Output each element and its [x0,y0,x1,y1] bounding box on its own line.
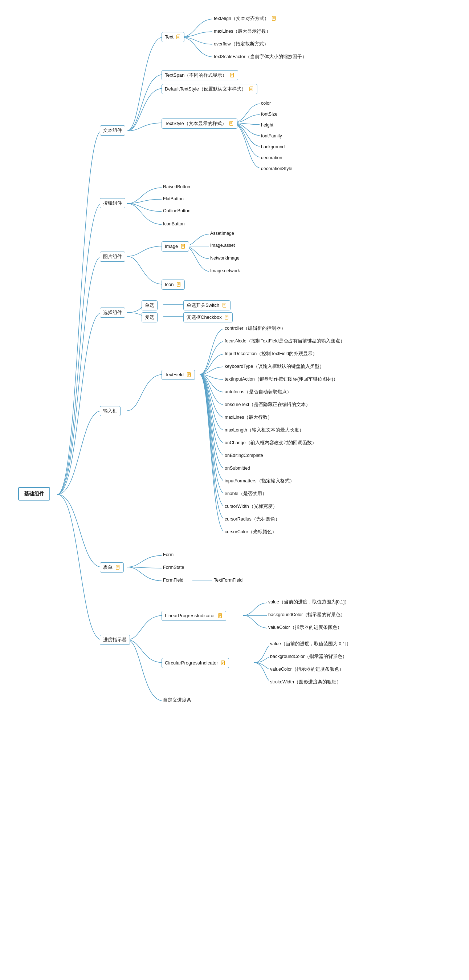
checkbox-label: 复选 [141,312,158,323]
svg-rect-11 [231,75,232,76]
cpi-strokewidth-label: strokeWidth（圆形进度条的粗细） [269,678,343,686]
svg-rect-5 [273,17,275,18]
ts-height-label: height [260,121,275,129]
linear-doc-icon [218,613,223,618]
formstate-node: FormState [162,563,185,572]
textAlign-label: textAlign（文本对齐方式） [212,14,278,23]
assetimage-label: AssetImage [209,229,236,238]
iconbutton-node: IconButton [162,220,186,228]
progress-group-label: 进度指示器 [100,635,130,645]
tf-maxlength-label: maxLength（输入框文本的最大长度） [223,426,305,434]
tf-cursorwidth-label: cursorWidth（光标宽度） [223,502,279,511]
select-group-node: 选择组件 [100,307,125,318]
tf-oneditingcomplete-label: onEditingComplete [223,452,265,460]
cpi-value-node: value（当前的进度，取值范围为[0,1]） [269,640,352,648]
svg-rect-33 [226,316,228,316]
input-group-node: 输入框 [100,406,120,416]
tf-textinputaction-label: textInputAction（键盘动作按钮图标(即回车键位图标)） [223,375,339,383]
tf-autofocus-label: autofocus（是否自动获取焦点） [223,388,293,396]
imageasset-label: Image.asset [209,241,236,250]
tf-enable-node: enable（是否禁用） [223,490,268,498]
tf-obscuretext-label: obscureText（是否隐藏正在编辑的文本） [223,401,312,409]
tf-controller-label: controller（编辑框的控制器） [223,324,287,332]
svg-rect-46 [219,615,221,616]
outlinebutton-label: OutlineButton [162,207,192,215]
svg-rect-50 [222,662,224,663]
ts-decoration-node: decoration [260,154,284,162]
tf-focusnode-label: focusNode（控制TextField是否占有当前键盘的输入焦点） [223,337,346,345]
svg-rect-2 [177,37,179,37]
imagenetwork-node: Image.network [209,267,241,275]
progress-group-node: 进度指示器 [100,635,130,645]
svg-rect-15 [250,89,252,89]
ts-background-label: background [260,143,286,151]
svg-rect-10 [231,75,233,75]
svg-rect-9 [231,74,233,74]
raisedbutton-node: RaisedButton [162,183,192,191]
tf-focusnode-node: focusNode（控制TextField是否占有当前键盘的输入焦点） [223,337,346,345]
imagenetwork-label: Image.network [209,267,241,275]
lpi-valuecolor-node: valueColor（指示器的进度条颜色） [267,624,344,632]
icon-node-label: Icon [162,280,185,290]
ts-fontsize-label: fontSize [260,110,279,118]
image-node-label: Image [162,241,189,251]
circular-doc-icon [221,660,226,666]
svg-rect-13 [250,88,252,88]
switch-node: 单选开关Switch [183,300,230,310]
custom-progress-label: 自定义进度条 [162,696,193,705]
textformfield-label: TextFormField [212,576,244,584]
svg-rect-38 [188,374,190,374]
text-node: Text [162,32,184,42]
root-label: 基础组件 [18,487,50,501]
ts-decorationstyle-label: decorationStyle [260,165,294,173]
image-node: Image [162,241,189,251]
lpi-valuecolor-label: valueColor（指示器的进度条颜色） [267,624,344,632]
button-group-label: 按钮组件 [100,198,125,208]
svg-rect-34 [226,317,228,317]
textspan-label: TextSpan（不同的样式显示） [162,70,238,80]
ts-color-node: color [260,99,272,108]
textstyle-node: TextStyle（文本显示的样式） [162,118,238,129]
flatbutton-label: FlatButton [162,195,185,203]
cpi-valuecolor-node: valueColor（指示器的进度条颜色） [269,665,345,674]
svg-rect-1 [177,36,179,36]
svg-rect-23 [182,247,183,247]
defaulttextstyle-doc-icon [249,86,254,92]
formfield-node: FormField [162,576,185,584]
svg-rect-7 [273,19,274,19]
textspan-doc-icon [230,73,235,78]
svg-rect-49 [222,662,224,662]
tf-cursorcolor-label: cursorColor（光标颜色） [223,528,278,536]
ts-decorationstyle-node: decorationStyle [260,165,294,173]
svg-rect-18 [230,123,232,123]
tf-cursorradius-node: cursorRadius（光标圆角） [223,515,281,523]
textformfield-node: TextFormField [212,576,244,584]
tf-inputdecoration-node: InputDecoration（控制TextField的外观显示） [223,350,319,358]
tf-maxlines-label: maxLines（最大行数） [223,413,274,422]
tf-controller-node: controller（编辑框的控制器） [223,324,287,332]
textScaleFactor-node: textScaleFactor（当前字体大小的缩放因子） [212,53,308,61]
tf-keyboardtype-label: keyboardType（该输入框默认的键盘输入类型） [223,363,326,371]
formfield-label: FormField [162,576,185,584]
tf-oneditingcomplete-node: onEditingComplete [223,452,265,460]
textAlign-node: textAlign（文本对齐方式） [212,14,278,23]
lpi-value-label: value（当前的进度，取值范围为[0,1]） [267,598,351,606]
tf-onsubmitted-label: onSubmitted [223,464,252,473]
ts-fontsize-node: fontSize [260,110,279,118]
image-group-label: 图片组件 [100,251,125,262]
svg-rect-3 [177,37,179,37]
iconbutton-label: IconButton [162,220,186,228]
networkimage-node: NetworkImage [209,254,241,262]
ts-height-node: height [260,121,275,129]
tf-cursorcolor-node: cursorColor（光标颜色） [223,528,278,536]
svg-rect-22 [182,246,184,246]
switch-label: 单选开关Switch [183,300,230,310]
tf-textinputaction-node: textInputAction（键盘动作按钮图标(即回车键位图标)） [223,375,339,383]
svg-rect-41 [117,566,118,566]
tf-inputformatters-node: inputFormatters（指定输入格式） [223,477,296,485]
ts-fontfamily-label: fontFamily [260,132,284,140]
textfield-label: TextField [162,370,195,380]
lpi-bgcolor-node: backgroundColor（指示器的背景色） [267,611,347,619]
raisedbutton-label: RaisedButton [162,183,192,191]
svg-rect-25 [178,283,180,283]
